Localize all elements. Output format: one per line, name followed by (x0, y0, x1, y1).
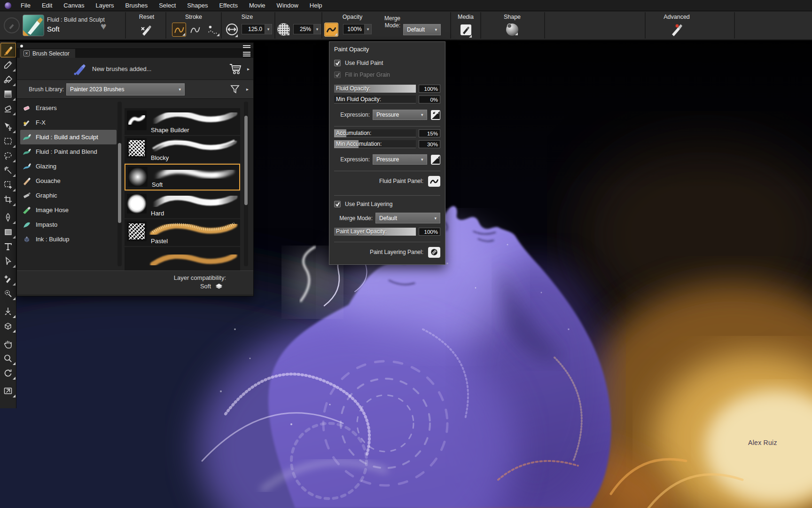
tool-layer-adjuster[interactable] (0, 119, 16, 134)
menu-effects[interactable]: Effects (213, 0, 243, 10)
tool-rotate-page[interactable] (0, 365, 16, 380)
tool-magic-wand[interactable] (0, 163, 16, 177)
advanced-brush-icon[interactable] (669, 23, 683, 38)
shape-icon[interactable] (506, 24, 518, 36)
cart-flyout-arrow-icon[interactable]: ▸ (247, 66, 250, 71)
fluid-expression-select[interactable]: Pressure▾ (373, 110, 427, 120)
tool-perspective-grid[interactable] (0, 318, 16, 333)
tool-crop[interactable] (0, 192, 16, 206)
current-brush-thumbnail[interactable] (23, 15, 44, 36)
paint-layering-panel-button[interactable] (428, 247, 440, 258)
menu-canvas[interactable]: Canvas (58, 0, 90, 10)
size-dropdown-button[interactable]: ▾ (265, 24, 272, 34)
category-image-hose[interactable]: Image Hose (20, 203, 117, 217)
stroke-type-straight-button[interactable] (188, 23, 202, 37)
menu-movie[interactable]: Movie (243, 0, 271, 10)
menu-shapes[interactable]: Shapes (181, 0, 213, 10)
fluid-opacity-value[interactable]: 100% (419, 85, 440, 93)
variant-scrollbar-thumb[interactable] (244, 116, 248, 205)
tool-transform-selection[interactable] (0, 177, 16, 192)
tool-brush[interactable] (0, 43, 16, 57)
accumulation-expression-select[interactable]: Pressure▾ (373, 154, 427, 165)
grain-icon[interactable] (277, 23, 290, 36)
grain-dropdown-button[interactable]: ▾ (314, 24, 321, 34)
fluid-paint-panel-button[interactable] (428, 176, 440, 187)
fluid-opacity-slider[interactable]: Fluid Opacity: 100% (334, 85, 440, 93)
tool-magnifier[interactable] (0, 351, 16, 365)
size-icon[interactable] (226, 23, 238, 38)
category-graphic[interactable]: Graphic (20, 188, 117, 203)
category-ink-buildup[interactable]: Ink : Buildup (20, 232, 117, 246)
new-brushes-banner[interactable]: New brushes added... ▸ (17, 58, 253, 80)
accumulation-slider[interactable]: Accumulation: 15% (334, 129, 440, 137)
category-gouache[interactable]: Gouache (20, 174, 117, 188)
tool-paint-bucket[interactable] (0, 72, 16, 87)
variant-partial[interactable] (125, 247, 240, 270)
invert-expression-icon[interactable] (431, 155, 440, 165)
tool-pen[interactable] (0, 210, 16, 224)
tool-text[interactable] (0, 239, 16, 254)
menu-help[interactable]: Help (304, 0, 328, 10)
variant-hard[interactable]: Hard (125, 191, 240, 218)
category-fx[interactable]: F-X (20, 115, 117, 130)
tool-dropper[interactable] (0, 57, 16, 72)
tab-close-icon[interactable]: × (23, 50, 30, 56)
tool-navigator[interactable] (0, 383, 16, 398)
category-erasers[interactable]: Erasers (20, 101, 117, 115)
use-fluid-paint-checkbox[interactable]: Use Fluid Paint (334, 58, 440, 67)
paint-layer-opacity-slider[interactable]: Paint Layer Opacity: 100% (334, 228, 440, 236)
use-paint-layering-checkbox[interactable]: Use Paint Layering (334, 199, 440, 208)
min-fluid-opacity-slider[interactable]: Min Fluid Opacity: 0% (334, 95, 440, 103)
tool-shape-selection[interactable] (0, 254, 16, 268)
stroke-type-freehand-button[interactable] (172, 23, 186, 37)
filter-flyout-arrow-icon[interactable]: ▸ (246, 87, 249, 92)
menu-layers[interactable]: Layers (90, 0, 119, 10)
menu-brushes[interactable]: Brushes (119, 0, 153, 10)
tool-rectangular-selection[interactable] (0, 134, 16, 148)
menu-window[interactable]: Window (271, 0, 304, 10)
category-impasto[interactable]: Impasto (20, 217, 117, 232)
min-fluid-opacity-value[interactable]: 0% (419, 95, 440, 103)
reset-brush-button[interactable] (140, 24, 153, 38)
panel-merge-mode-select[interactable]: Default▾ (375, 213, 440, 223)
category-scrollbar[interactable] (117, 102, 122, 266)
paint-layer-opacity-value[interactable]: 100% (419, 228, 440, 236)
filter-funnel-icon[interactable] (230, 84, 240, 95)
media-icon[interactable] (460, 24, 472, 38)
tool-rectangle-shape[interactable] (0, 224, 16, 239)
opacity-flyout-button[interactable] (324, 23, 338, 37)
cart-icon[interactable] (229, 63, 243, 74)
variant-pastel[interactable]: Pastel (125, 219, 240, 246)
menu-select[interactable]: Select (153, 0, 181, 10)
recent-brush-icon[interactable] (4, 17, 20, 33)
variant-shape-builder[interactable]: Shape Builder (125, 108, 240, 135)
tool-rubber-stamp[interactable] (0, 286, 16, 301)
panel-drag-bar[interactable] (17, 43, 253, 49)
category-fluid-paint-blend[interactable]: Fluid : Paint and Blend (20, 144, 117, 159)
size-value[interactable]: 125.0 (242, 24, 265, 34)
category-glazing[interactable]: Glazing (20, 159, 117, 174)
brush-library-select[interactable]: Painter 2023 Brushes▾ (66, 83, 185, 95)
variant-soft[interactable]: Soft (125, 164, 240, 190)
dab-stroke-preview-button[interactable] (206, 23, 220, 37)
category-scrollbar-thumb[interactable] (118, 143, 121, 223)
accumulation-value[interactable]: 15% (419, 129, 440, 137)
min-accumulation-slider[interactable]: Min Accumulation: 30% (334, 140, 440, 148)
opacity-dropdown-button[interactable]: ▾ (365, 24, 372, 34)
tab-options-icon[interactable] (243, 51, 250, 57)
category-fluid-build-sculpt[interactable]: Fluid : Build and Sculpt (20, 130, 117, 144)
tool-cloner[interactable] (0, 271, 16, 286)
tool-divine-proportion[interactable] (0, 304, 16, 318)
tab-brush-selector[interactable]: × Brush Selector (20, 49, 75, 58)
tool-gradient[interactable] (0, 87, 16, 101)
favorite-heart-icon[interactable]: ♥ (101, 21, 106, 32)
tool-eraser[interactable] (0, 101, 16, 116)
tool-grabber-hand[interactable] (0, 336, 16, 351)
opacity-value[interactable]: 100% (343, 24, 365, 34)
variant-blocky[interactable]: Blocky (125, 136, 240, 163)
menu-file[interactable]: File (15, 0, 36, 10)
invert-expression-icon[interactable] (431, 110, 440, 120)
menu-edit[interactable]: Edit (36, 0, 58, 10)
min-accumulation-value[interactable]: 30% (419, 140, 440, 148)
tool-lasso[interactable] (0, 148, 16, 163)
